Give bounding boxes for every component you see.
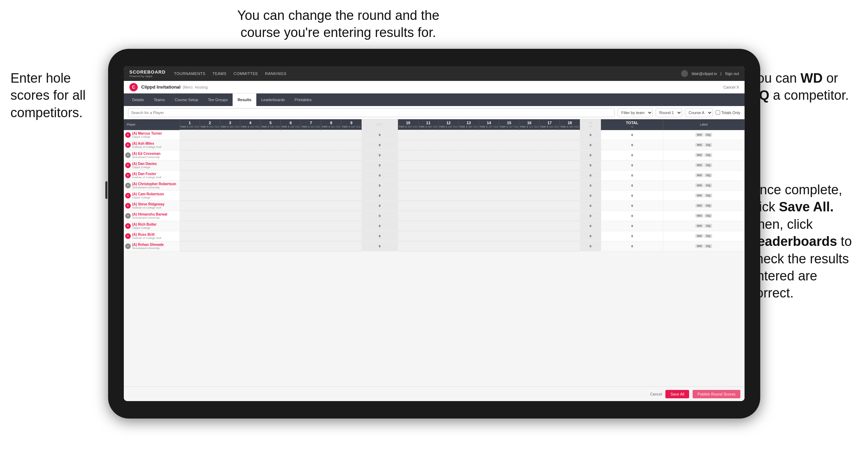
dq-button-11[interactable]: DQ [704,244,712,248]
score-cell-p0-h1[interactable] [180,130,200,140]
score-cell-p6-h2[interactable] [200,190,220,201]
dq-button-4[interactable]: DQ [704,173,712,177]
score-cell-p11-h18[interactable] [560,241,580,251]
score-cell-p6-h6[interactable] [281,190,301,201]
score-cell-p8-h1[interactable] [180,211,200,221]
score-cell-p0-h10[interactable] [398,130,418,140]
totals-only-checkbox[interactable] [716,110,720,115]
score-cell-p8-h6[interactable] [281,211,301,221]
score-cell-p11-h4[interactable] [240,241,261,251]
score-cell-p8-h13[interactable] [459,211,479,221]
score-cell-p11-h5[interactable] [261,241,281,251]
score-cell-p4-h10[interactable] [398,170,418,180]
nav-teams[interactable]: TEAMS [212,71,226,76]
score-cell-p11-h11[interactable] [418,241,438,251]
score-cell-p0-h18[interactable] [560,130,580,140]
score-cell-p4-h12[interactable] [438,170,459,180]
score-cell-p6-h10[interactable] [398,190,418,201]
score-cell-p9-h13[interactable] [459,221,479,231]
score-cell-p4-h9[interactable] [341,170,362,180]
score-cell-p3-h2[interactable] [200,160,220,170]
tab-leaderboards[interactable]: Leaderboards [256,93,290,106]
score-cell-p5-h11[interactable] [418,180,438,190]
score-cell-p11-h8[interactable] [321,241,341,251]
score-cell-p11-h3[interactable] [220,241,240,251]
dq-button-8[interactable]: DQ [704,214,712,218]
score-cell-p2-h9[interactable] [341,150,362,160]
score-cell-p9-h2[interactable] [200,221,220,231]
score-cell-p0-h11[interactable] [418,130,438,140]
score-cell-p6-h17[interactable] [539,190,560,201]
dq-button-7[interactable]: DQ [704,204,712,208]
score-cell-p9-h9[interactable] [341,221,362,231]
score-cell-p4-h1[interactable] [180,170,200,180]
score-cell-p3-h14[interactable] [479,160,499,170]
score-cell-p9-h3[interactable] [220,221,240,231]
score-cell-p8-h4[interactable] [240,211,261,221]
dq-button-10[interactable]: DQ [704,234,712,238]
wd-button-11[interactable]: WD [695,244,703,248]
score-cell-p5-h6[interactable] [281,180,301,190]
score-cell-p2-h1[interactable] [180,150,200,160]
score-cell-p1-h12[interactable] [438,140,459,150]
wd-button-1[interactable]: WD [695,143,703,147]
score-cell-p4-h13[interactable] [459,170,479,180]
score-cell-p7-h14[interactable] [479,201,499,211]
score-cell-p4-h7[interactable] [301,170,321,180]
score-cell-p0-h15[interactable] [499,130,519,140]
score-cell-p5-h15[interactable] [499,180,519,190]
score-cell-p7-h10[interactable] [398,201,418,211]
wd-button-5[interactable]: WD [695,183,703,187]
score-cell-p6-h9[interactable] [341,190,362,201]
score-cell-p4-h3[interactable] [220,170,240,180]
score-cell-p5-h8[interactable] [321,180,341,190]
score-cell-p10-h10[interactable] [398,231,418,241]
score-cell-p2-h5[interactable] [261,150,281,160]
score-cell-p2-h12[interactable] [438,150,459,160]
score-cell-p1-h16[interactable] [519,140,539,150]
score-cell-p5-h18[interactable] [560,180,580,190]
score-cell-p8-h18[interactable] [560,211,580,221]
score-cell-p5-h16[interactable] [519,180,539,190]
score-cell-p1-h2[interactable] [200,140,220,150]
score-cell-p9-h17[interactable] [539,221,560,231]
score-cell-p8-h17[interactable] [539,211,560,221]
score-cell-p7-h11[interactable] [418,201,438,211]
score-cell-p10-h7[interactable] [301,231,321,241]
score-cell-p0-h16[interactable] [519,130,539,140]
wd-button-2[interactable]: WD [695,153,703,157]
scores-table-container[interactable]: Player 1 PAR 4 340 YDS 2 PAR 5 510 YDS [124,119,745,386]
score-cell-p8-h3[interactable] [220,211,240,221]
dq-button-0[interactable]: DQ [704,133,712,137]
filter-by-team[interactable]: Filter by team [618,108,653,117]
score-cell-p2-h15[interactable] [499,150,519,160]
score-cell-p2-h10[interactable] [398,150,418,160]
score-cell-p1-h9[interactable] [341,140,362,150]
score-cell-p8-h7[interactable] [301,211,321,221]
score-cell-p1-h14[interactable] [479,140,499,150]
wd-button-7[interactable]: WD [695,204,703,208]
score-cell-p8-h11[interactable] [418,211,438,221]
score-cell-p11-h2[interactable] [200,241,220,251]
score-cell-p11-h16[interactable] [519,241,539,251]
score-cell-p3-h4[interactable] [240,160,261,170]
score-cell-p8-h9[interactable] [341,211,362,221]
score-cell-p9-h12[interactable] [438,221,459,231]
score-cell-p6-h5[interactable] [261,190,281,201]
score-cell-p3-h8[interactable] [321,160,341,170]
score-cell-p4-h18[interactable] [560,170,580,180]
score-cell-p5-h12[interactable] [438,180,459,190]
score-cell-p3-h11[interactable] [418,160,438,170]
score-cell-p10-h9[interactable] [341,231,362,241]
tab-results[interactable]: Results [233,93,256,106]
score-cell-p11-h14[interactable] [479,241,499,251]
score-cell-p2-h7[interactable] [301,150,321,160]
score-cell-p10-h14[interactable] [479,231,499,241]
score-cell-p2-h18[interactable] [560,150,580,160]
score-cell-p3-h5[interactable] [261,160,281,170]
score-cell-p9-h4[interactable] [240,221,261,231]
score-cell-p1-h1[interactable] [180,140,200,150]
score-cell-p7-h17[interactable] [539,201,560,211]
cancel-button[interactable]: Cancel [650,392,662,396]
score-cell-p10-h13[interactable] [459,231,479,241]
